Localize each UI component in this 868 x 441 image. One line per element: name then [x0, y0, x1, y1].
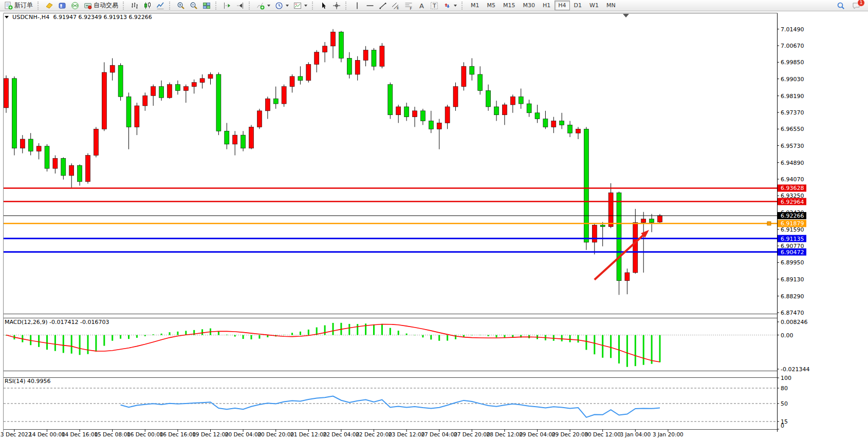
macd-bar [488, 335, 489, 336]
macd-bar [635, 335, 636, 367]
mql-editor-button[interactable] [43, 0, 56, 11]
macd-bar [169, 332, 171, 335]
notifications-button[interactable]: 1 [850, 0, 862, 11]
candle-body [453, 87, 458, 107]
timeframe-w1[interactable]: W1 [586, 1, 602, 10]
candle-body [315, 52, 319, 65]
candle-chart-button[interactable] [141, 0, 154, 11]
autotrading-icon [84, 2, 92, 10]
horizontal-line-button[interactable] [364, 0, 376, 11]
candle-body [183, 87, 188, 91]
macd-bar [103, 335, 105, 346]
macd-bar [398, 331, 399, 335]
candle-body [69, 165, 74, 176]
candle-body [257, 111, 262, 127]
templates-button[interactable] [291, 0, 309, 11]
level-marker[interactable] [767, 222, 771, 225]
candle-body [61, 158, 66, 175]
chevron-down-icon[interactable] [267, 5, 270, 7]
channel-icon: E [392, 2, 400, 10]
cursor-button[interactable] [318, 0, 330, 11]
timeframe-mn[interactable]: MN [603, 1, 619, 10]
one-click-trading-toggle[interactable] [5, 16, 9, 18]
candle-body [347, 58, 352, 74]
macd-bar [144, 335, 146, 336]
price-axis[interactable] [777, 13, 809, 430]
candle-body [372, 50, 376, 67]
search-button[interactable] [835, 0, 847, 11]
chevron-down-icon[interactable] [454, 5, 457, 7]
candle-body [600, 225, 605, 226]
timeframe-d1[interactable]: D1 [570, 1, 585, 10]
candle-body [36, 146, 41, 151]
macd-bar [373, 324, 375, 335]
vertical-line-button[interactable] [351, 0, 363, 11]
macd-bar [71, 335, 72, 354]
candle-body [216, 74, 221, 131]
rsi-indicator-label: RSI(14) 40.9956 [5, 378, 50, 385]
tile-windows-button[interactable] [200, 0, 213, 11]
text-button[interactable]: A [415, 0, 428, 11]
candle-body [470, 66, 474, 74]
equidistant-channel-button[interactable]: E [390, 0, 402, 11]
timeframe-m1[interactable]: M1 [467, 1, 483, 10]
candle-body [429, 121, 433, 129]
text-label-button[interactable]: T [428, 0, 440, 11]
auto-scroll-button[interactable] [221, 0, 233, 11]
macd-bar [585, 335, 587, 350]
trendline-button[interactable] [377, 0, 389, 11]
crosshair-button[interactable] [330, 0, 343, 11]
zoom-out-button[interactable] [188, 0, 200, 11]
svg-text:T: T [432, 3, 436, 9]
timeframe-m15[interactable]: M15 [500, 1, 519, 10]
candles-icon [143, 2, 152, 10]
candle-body [633, 222, 638, 273]
toolbar-separator [249, 2, 252, 10]
signals-button[interactable] [69, 0, 81, 11]
macd-bar [578, 335, 579, 343]
fibonacci-button[interactable]: F [402, 0, 415, 11]
periods-button[interactable] [273, 0, 291, 11]
candle-body [290, 76, 294, 87]
candle-body [323, 46, 327, 52]
macd-bar [651, 335, 653, 364]
mql5-community-button[interactable] [56, 0, 68, 11]
autotrading-button[interactable]: 自动交易 [82, 0, 120, 11]
timeframe-h4[interactable]: H4 [555, 1, 569, 10]
macd-bar [95, 335, 97, 352]
timeframe-m30[interactable]: M30 [520, 1, 539, 10]
chevron-down-icon[interactable] [286, 5, 289, 7]
timeframe-m5[interactable]: M5 [484, 1, 500, 10]
macd-bar [357, 324, 358, 335]
macd-bar [201, 329, 203, 335]
chevron-down-icon[interactable] [304, 5, 307, 7]
toolbar-separator [169, 2, 172, 10]
toolbar-separator [215, 2, 218, 10]
time-axis[interactable] [4, 432, 777, 440]
macd-bar [177, 332, 178, 335]
arrows-button[interactable] [441, 0, 459, 11]
candle-body [53, 158, 58, 168]
candle-body [584, 129, 588, 242]
chart-shift-button[interactable] [234, 0, 246, 11]
tiles-icon [202, 2, 211, 10]
candle-body [641, 219, 646, 223]
candle-body [576, 129, 581, 133]
bar-chart-button[interactable] [128, 0, 141, 11]
community-icon [58, 2, 66, 10]
zoom-in-button[interactable] [175, 0, 187, 11]
candle-body [208, 74, 213, 79]
chart-canvas[interactable]: 7.014907.006706.998506.990306.981906.973… [0, 0, 868, 441]
timeframe-h1[interactable]: H1 [539, 1, 554, 10]
candle-body [339, 32, 343, 58]
signals-icon [71, 2, 79, 10]
candle-body [78, 165, 82, 182]
line-chart-button[interactable] [154, 0, 167, 11]
indicators-icon [256, 2, 265, 10]
candle-body [192, 83, 196, 87]
indicators-button[interactable] [254, 0, 272, 11]
candle-body [617, 193, 621, 280]
yellow-tool-icon [45, 2, 53, 10]
trend-icon [379, 2, 387, 10]
new-order-button[interactable]: 新订单 [3, 0, 35, 11]
